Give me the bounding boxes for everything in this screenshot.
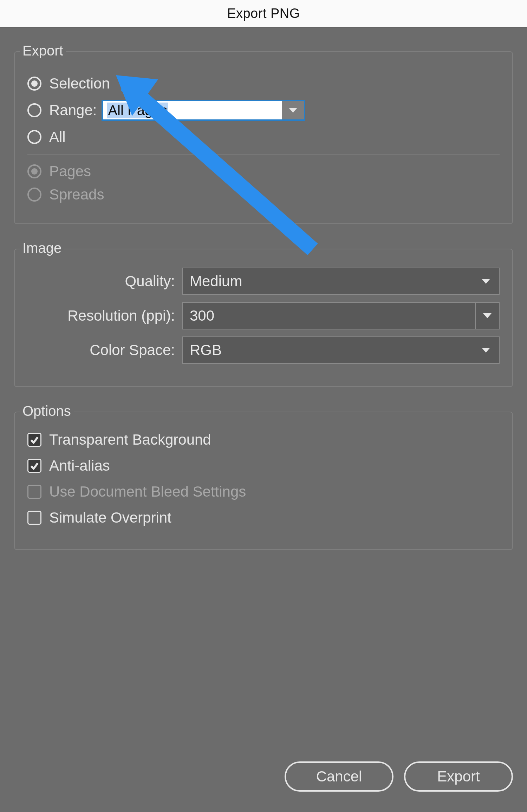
export-button-label: Export xyxy=(437,768,480,785)
colorspace-label: Color Space: xyxy=(27,342,182,359)
resolution-dropdown-button[interactable] xyxy=(475,302,500,329)
resolution-input[interactable]: 300 xyxy=(182,302,475,329)
footer: Cancel Export xyxy=(14,761,513,792)
checkbox-row-antialias[interactable]: Anti-alias xyxy=(27,456,500,476)
colorspace-dropdown-button[interactable] xyxy=(480,348,492,353)
quality-dropdown[interactable]: Medium xyxy=(182,268,500,295)
range-field[interactable]: All Pages xyxy=(103,101,282,119)
radio-pages-label: Pages xyxy=(49,163,91,180)
checkbox-antialias[interactable] xyxy=(27,459,41,473)
range-value: All Pages xyxy=(107,103,168,118)
colorspace-value: RGB xyxy=(190,342,222,359)
chevron-down-icon xyxy=(483,313,492,318)
export-fieldset: Export Selection Range: All Pages xyxy=(14,51,513,224)
resolution-row: Resolution (ppi): 300 xyxy=(27,302,500,329)
radio-row-range[interactable]: Range: All Pages xyxy=(27,100,500,121)
cancel-button[interactable]: Cancel xyxy=(285,761,393,792)
export-button[interactable]: Export xyxy=(404,761,513,792)
quality-value: Medium xyxy=(190,273,242,290)
check-icon xyxy=(30,461,39,471)
radio-row-spreads: Spreads xyxy=(27,185,500,204)
export-legend: Export xyxy=(20,43,66,59)
radio-spreads xyxy=(27,188,41,202)
divider xyxy=(27,154,500,155)
radio-selection[interactable] xyxy=(27,77,41,91)
quality-dropdown-button[interactable] xyxy=(480,279,492,284)
checkbox-row-transparent[interactable]: Transparent Background xyxy=(27,430,500,450)
checkbox-overprint[interactable] xyxy=(27,511,41,525)
resolution-combobox[interactable]: 300 xyxy=(182,302,500,329)
resolution-value: 300 xyxy=(190,307,214,324)
chevron-down-icon xyxy=(482,348,490,353)
image-fieldset: Image Quality: Medium Resolution (ppi): … xyxy=(14,249,513,387)
cancel-button-label: Cancel xyxy=(316,768,362,785)
bleed-label: Use Document Bleed Settings xyxy=(49,483,246,500)
radio-selection-label: Selection xyxy=(49,75,110,92)
checkbox-row-overprint[interactable]: Simulate Overprint xyxy=(27,508,500,528)
range-dropdown-button[interactable] xyxy=(282,101,304,119)
radio-range[interactable] xyxy=(27,103,41,117)
range-combobox[interactable]: All Pages xyxy=(102,100,305,121)
radio-row-selection[interactable]: Selection xyxy=(27,74,500,93)
radio-all[interactable] xyxy=(27,130,41,144)
chevron-down-icon xyxy=(289,108,297,113)
chevron-down-icon xyxy=(482,279,490,284)
checkbox-bleed xyxy=(27,485,41,499)
window-title: Export PNG xyxy=(227,6,300,21)
resolution-label: Resolution (ppi): xyxy=(27,307,182,324)
radio-all-label: All xyxy=(49,129,66,145)
overprint-label: Simulate Overprint xyxy=(49,509,171,526)
options-legend: Options xyxy=(20,403,74,419)
titlebar: Export PNG xyxy=(0,0,527,27)
transparent-bg-label: Transparent Background xyxy=(49,431,211,448)
quality-row: Quality: Medium xyxy=(27,268,500,295)
dialog-body: Export Selection Range: All Pages xyxy=(0,27,527,812)
colorspace-row: Color Space: RGB xyxy=(27,336,500,364)
check-icon xyxy=(30,435,39,445)
radio-pages xyxy=(27,164,41,178)
radio-spreads-label: Spreads xyxy=(49,186,104,203)
checkbox-row-bleed: Use Document Bleed Settings xyxy=(27,482,500,502)
options-fieldset: Options Transparent Background Anti-alia… xyxy=(14,412,513,550)
antialias-label: Anti-alias xyxy=(49,457,110,474)
colorspace-dropdown[interactable]: RGB xyxy=(182,336,500,364)
image-legend: Image xyxy=(20,240,64,256)
quality-label: Quality: xyxy=(27,273,182,290)
export-png-dialog: Export PNG Export Selection Range: All P… xyxy=(0,0,527,812)
radio-row-all[interactable]: All xyxy=(27,127,500,147)
radio-range-label: Range: xyxy=(49,102,97,119)
radio-row-pages: Pages xyxy=(27,162,500,181)
checkbox-transparent-bg[interactable] xyxy=(27,433,41,447)
